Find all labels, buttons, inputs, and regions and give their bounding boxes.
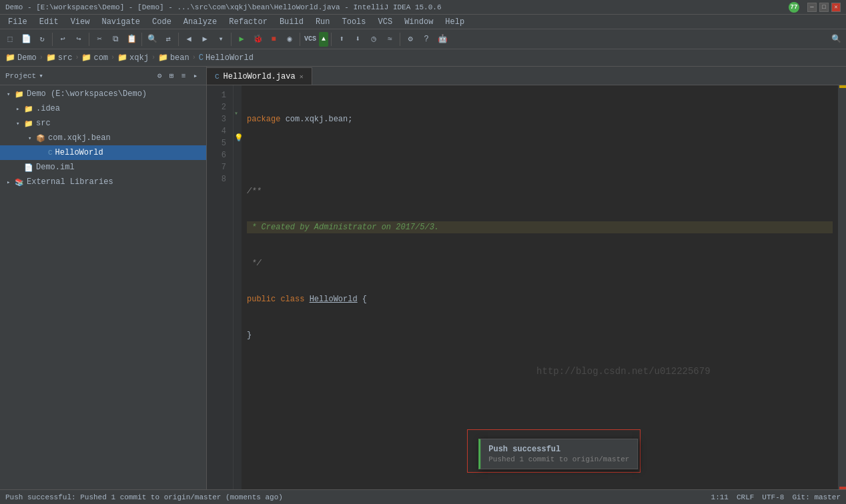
panel-collapse-icon[interactable]: ≡	[178, 71, 189, 81]
toolbar-android-icon[interactable]: 🤖	[435, 32, 450, 47]
status-charset[interactable]: UTF-8	[762, 493, 784, 501]
toolbar-debug-icon[interactable]: 🐞	[250, 32, 265, 47]
toolbar-replace-icon[interactable]: ⇄	[161, 32, 175, 47]
panel-dropdown-arrow[interactable]: ▾	[39, 71, 43, 80]
menu-help[interactable]: Help	[440, 16, 470, 28]
menu-window[interactable]: Window	[399, 16, 438, 28]
tree-label-helloworld: HelloWorld	[55, 148, 103, 157]
toolbar-vcs-text[interactable]: VCS	[303, 32, 318, 47]
toolbar-diff-icon[interactable]: ≈	[382, 32, 397, 47]
toolbar-coverage-icon[interactable]: ◉	[282, 32, 297, 47]
tab-close-button[interactable]: ✕	[300, 73, 304, 81]
project-icon: 📁	[15, 90, 24, 99]
toolbar-commit-icon[interactable]: ⬇	[350, 32, 365, 47]
file-icon-iml: 📄	[24, 163, 33, 172]
editor-tab-helloworld[interactable]: C HelloWorld.java ✕	[207, 67, 312, 85]
code-editor[interactable]: 1 2 3 4 5 6 7 8 ▾ 💡 package com.xqkj.bea…	[207, 85, 846, 489]
panel-gear-icon[interactable]: ⚙	[154, 71, 165, 81]
package-icon: 📦	[36, 134, 45, 143]
menu-edit[interactable]: Edit	[34, 16, 64, 28]
minimize-button[interactable]: ─	[807, 3, 817, 12]
maximize-button[interactable]: □	[819, 3, 829, 12]
vcs-push-button[interactable]: ▲	[319, 32, 328, 47]
expand-arrow-src[interactable]: ▾	[16, 120, 23, 127]
expand-arrow-demo[interactable]: ▾	[7, 91, 13, 98]
menu-analyze[interactable]: Analyze	[178, 16, 222, 28]
code-line-4: * Created by Administrator on 2017/5/3.	[247, 221, 833, 233]
breadcrumb-bean[interactable]: 📁 bean	[158, 53, 189, 63]
breadcrumb-sep-2: ›	[75, 54, 79, 61]
code-line-2	[247, 149, 833, 161]
panel-expand-icon[interactable]: ⊞	[166, 71, 177, 81]
toolbar-project-icon[interactable]: ⬚	[3, 32, 17, 47]
status-position[interactable]: 1:11	[711, 493, 729, 501]
toolbar-help-icon[interactable]: ?	[419, 32, 434, 47]
expand-arrow-package[interactable]: ▾	[28, 135, 35, 142]
menu-code[interactable]: Code	[147, 16, 177, 28]
class-icon-tree: C	[48, 149, 53, 157]
expand-arrow-idea[interactable]: ▸	[16, 105, 23, 113]
tree-item-demo[interactable]: ▾ 📁 Demo (E:\workspaces\Demo)	[0, 87, 206, 101]
tree-item-idea[interactable]: ▸ 📁 .idea	[0, 101, 206, 116]
tree-item-package[interactable]: ▾ 📦 com.xqkj.bean	[0, 131, 206, 145]
panel-actions: ⚙ ⊞ ≡ ▸	[154, 71, 201, 81]
library-icon: 📚	[15, 178, 24, 187]
breadcrumb-sep-1: ›	[39, 54, 43, 61]
breadcrumb-src[interactable]: 📁 src	[46, 53, 73, 63]
menu-run[interactable]: Run	[310, 16, 336, 28]
toolbar-stop-icon[interactable]: ■	[266, 32, 281, 47]
toolbar-file-icon[interactable]: 📄	[19, 32, 33, 47]
toolbar-redo-icon[interactable]: ↪	[71, 32, 86, 47]
breadcrumb-com[interactable]: 📁 com	[81, 53, 108, 63]
toolbar-nav-dropdown-icon[interactable]: ▾	[214, 32, 228, 47]
toolbar-update-icon[interactable]: ⬆	[334, 32, 349, 47]
close-button[interactable]: ✕	[831, 3, 841, 12]
menu-file[interactable]: File	[3, 16, 33, 28]
tree-item-helloworld[interactable]: C HelloWorld	[0, 145, 206, 160]
toolbar-nav-back-icon[interactable]: ◀	[181, 32, 196, 47]
title-bar: Demo - [E:\workspaces\Demo] - [Demo] - .…	[0, 0, 846, 15]
tree-item-demoiml[interactable]: 📄 Demo.iml	[0, 160, 206, 175]
toolbar-find-icon[interactable]: 🔍	[145, 32, 159, 47]
breadcrumb-helloworld[interactable]: C HelloWorld	[199, 53, 254, 63]
tab-label: HelloWorld.java	[224, 72, 296, 81]
menu-view[interactable]: View	[65, 16, 95, 28]
toolbar-sync-icon[interactable]: ↻	[35, 32, 49, 47]
status-right: 1:11 CRLF UTF-8 Git: master	[711, 493, 841, 501]
editor-area: C HelloWorld.java ✕ 1 2 3 4 5 6 7 8 ▾ 💡	[207, 67, 846, 489]
status-vcs[interactable]: Git: master	[792, 493, 841, 501]
menu-refactor[interactable]: Refactor	[224, 16, 273, 28]
breadcrumb-sep-5: ›	[192, 54, 196, 61]
bulb-marker-5[interactable]: 💡	[234, 133, 244, 142]
tree-item-extlibs[interactable]: ▸ 📚 External Libraries	[0, 175, 206, 189]
folder-icon-3: 📁	[81, 53, 91, 63]
menu-bar: File Edit View Navigate Code Analyze Ref…	[0, 15, 846, 29]
menu-navigate[interactable]: Navigate	[96, 16, 145, 28]
expand-arrow-extlibs[interactable]: ▸	[7, 179, 13, 186]
breadcrumb-xqkj[interactable]: 📁 xqkj	[117, 53, 149, 63]
toolbar-run-icon[interactable]: ▶	[234, 32, 249, 47]
panel-title: Project ▾	[5, 71, 43, 80]
toolbar-copy-icon[interactable]: ⧉	[108, 32, 123, 47]
menu-vcs[interactable]: VCS	[373, 16, 398, 28]
line-num-6: 6	[207, 149, 230, 161]
toolbar-sep-8	[400, 33, 400, 46]
toolbar-nav-forward-icon[interactable]: ▶	[197, 32, 212, 47]
toolbar-undo-icon[interactable]: ↩	[55, 32, 70, 47]
toolbar-cut-icon[interactable]: ✂	[92, 32, 107, 47]
toolbar-search-everywhere-icon[interactable]: 🔍	[829, 32, 843, 47]
status-encoding[interactable]: CRLF	[737, 493, 754, 501]
editor-tabs: C HelloWorld.java ✕	[207, 67, 846, 85]
fold-marker-3[interactable]: ▾	[234, 109, 238, 117]
menu-build[interactable]: Build	[274, 16, 309, 28]
toolbar-paste-icon[interactable]: 📋	[124, 32, 139, 47]
tree-label-package: com.xqkj.bean	[48, 133, 111, 143]
breadcrumb-demo[interactable]: 📁 Demo	[5, 53, 37, 63]
panel-settings-icon[interactable]: ▸	[190, 71, 201, 81]
menu-tools[interactable]: Tools	[337, 16, 372, 28]
toolbar-history-icon[interactable]: ◷	[366, 32, 381, 47]
tree-item-src[interactable]: ▾ 📁 src	[0, 116, 206, 131]
status-left: Push successful: Pushed 1 commit to orig…	[5, 493, 283, 501]
folder-icon-4: 📁	[117, 53, 127, 63]
toolbar-settings-icon[interactable]: ⚙	[403, 32, 418, 47]
